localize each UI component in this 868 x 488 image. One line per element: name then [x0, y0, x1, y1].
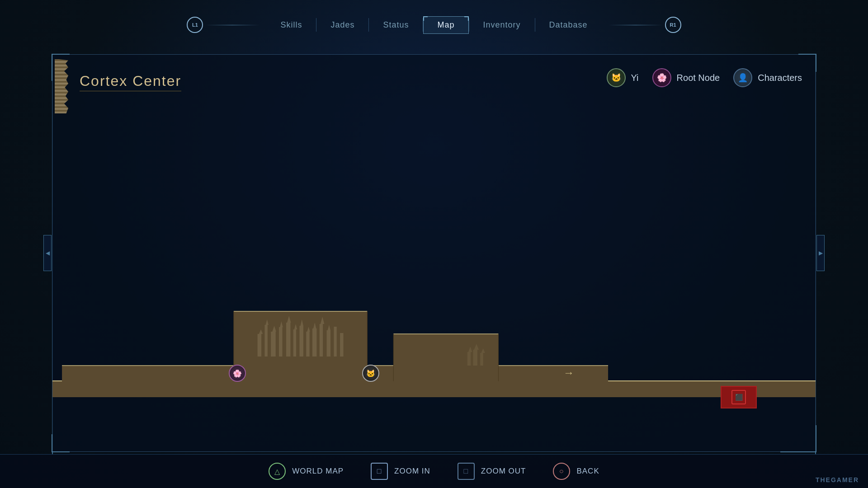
svg-rect-0 — [52, 381, 816, 397]
map-terrain: 🌸 🐱 → — [52, 307, 816, 397]
tab-database[interactable]: Database — [535, 16, 602, 34]
legend-bar: 🐱 Yi 🌸 Root Node 👤 Characters — [607, 68, 802, 87]
svg-rect-13 — [264, 325, 267, 357]
zoom-out-icon: □ — [458, 463, 475, 480]
player-marker: 🐱 — [362, 365, 379, 382]
svg-rect-16 — [286, 323, 290, 357]
rootnode-marker-icon: 🌸 — [229, 365, 246, 382]
svg-rect-37 — [473, 350, 477, 366]
player-marker-icon: 🐱 — [362, 365, 379, 382]
watermark: THEGAMER — [816, 476, 859, 483]
arrow-right-indicator: → — [563, 366, 574, 379]
terrain-svg — [52, 307, 816, 397]
rootnode-marker[interactable]: 🌸 — [229, 365, 246, 382]
world-map-btn[interactable]: △ WORLD MAP — [269, 463, 344, 480]
back-button-map[interactable]: ⬛ — [721, 386, 757, 408]
circle-icon: ○ — [553, 463, 570, 480]
r1-button[interactable]: R1 — [665, 17, 681, 33]
location-title: Cortex Center — [80, 73, 181, 89]
tab-skills[interactable]: Skills — [266, 16, 316, 34]
back-btn-icon: ⬛ — [731, 390, 746, 404]
legend-characters: 👤 Characters — [733, 68, 802, 87]
map-container: ◀ ▶ Cortex Center 🐱 Yi 🌸 Root Node 👤 Cha… — [52, 54, 816, 452]
zoom-out-btn[interactable]: □ ZOOM OUT — [458, 463, 526, 480]
legend-rootnode: 🌸 Root Node — [652, 68, 720, 87]
svg-rect-18 — [299, 326, 303, 357]
svg-rect-10 — [498, 366, 608, 381]
tab-map[interactable]: Map — [423, 16, 468, 34]
characters-icon: 👤 — [733, 68, 752, 87]
svg-rect-23 — [334, 327, 336, 357]
zoom-in-icon: □ — [371, 463, 388, 480]
back-btn[interactable]: ○ BACK — [553, 463, 599, 480]
nav-line-left — [205, 25, 259, 25]
zoom-out-label: ZOOM OUT — [481, 467, 526, 476]
svg-rect-38 — [480, 353, 483, 366]
legend-yi: 🐱 Yi — [607, 68, 639, 87]
world-map-label: WORLD MAP — [292, 467, 344, 476]
zoom-in-btn[interactable]: □ ZOOM IN — [371, 463, 430, 480]
side-handle-right[interactable]: ▶ — [816, 235, 825, 271]
svg-rect-12 — [258, 334, 261, 357]
rootnode-icon: 🌸 — [652, 68, 671, 87]
svg-rect-15 — [279, 327, 282, 357]
svg-rect-19 — [306, 332, 309, 357]
zoom-in-label: ZOOM IN — [394, 467, 430, 476]
characters-label: Characters — [758, 73, 802, 83]
bottom-bar: △ WORLD MAP □ ZOOM IN □ ZOOM OUT ○ BACK — [0, 454, 868, 488]
svg-rect-36 — [467, 352, 471, 366]
yi-label: Yi — [631, 73, 639, 83]
tab-inventory[interactable]: Inventory — [469, 16, 535, 34]
tab-status[interactable]: Status — [369, 16, 423, 34]
nav-left-decorator: L1 — [187, 17, 262, 33]
svg-rect-20 — [312, 328, 316, 357]
yi-icon: 🐱 — [607, 68, 626, 87]
svg-rect-22 — [327, 330, 330, 357]
triangle-icon: △ — [269, 463, 286, 480]
svg-rect-17 — [293, 329, 296, 357]
back-label: BACK — [576, 467, 599, 476]
nav-right-decorator: R1 — [606, 17, 681, 33]
svg-rect-2 — [62, 366, 243, 381]
tab-jades[interactable]: Jades — [316, 16, 368, 34]
svg-rect-21 — [320, 324, 323, 357]
map-inner: Cortex Center 🐱 Yi 🌸 Root Node 👤 Charact… — [52, 55, 816, 451]
rootnode-label: Root Node — [677, 73, 720, 83]
torn-edge-decoration — [55, 59, 68, 113]
nav-tabs: Skills Jades Status Map Inventory Databa… — [266, 16, 601, 34]
nav-bar: L1 Skills Jades Status Map Inventory Dat… — [0, 0, 868, 50]
l1-button[interactable]: L1 — [187, 17, 203, 33]
nav-line-right — [609, 25, 663, 25]
svg-rect-14 — [271, 332, 276, 357]
svg-rect-24 — [340, 333, 343, 357]
side-handle-left[interactable]: ◀ — [43, 235, 52, 271]
